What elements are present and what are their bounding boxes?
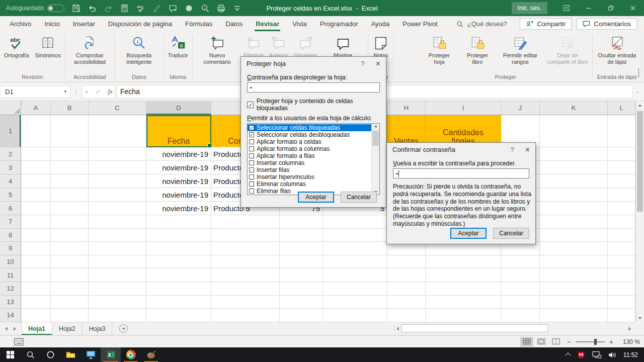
scroll-right-icon[interactable] xyxy=(625,324,633,333)
cell-a5[interactable] xyxy=(21,188,51,202)
new-sheet-button[interactable]: + xyxy=(119,324,128,333)
taskbar-excel-icon[interactable]: X xyxy=(101,347,121,362)
cell-e10[interactable] xyxy=(211,255,280,269)
checkbox-checked-icon[interactable]: ✓ xyxy=(249,132,254,137)
cell-d10[interactable] xyxy=(146,255,211,269)
formula-bar-handle[interactable]: ⋮ xyxy=(73,88,79,96)
tell-me-search[interactable]: ¿Qué desea? xyxy=(456,20,507,31)
sheet-tab-hoja1[interactable]: Hoja1 xyxy=(21,322,52,335)
zoom-level[interactable]: 130 % xyxy=(618,338,640,345)
eliminar-button[interactable]: Eliminar xyxy=(241,34,266,59)
cell-a14[interactable] xyxy=(21,309,51,322)
close-icon[interactable]: × xyxy=(525,146,530,154)
cell-l8[interactable] xyxy=(608,229,635,242)
cell-k4[interactable] xyxy=(540,174,608,188)
cell-e7[interactable] xyxy=(211,215,280,229)
cell-a3[interactable] xyxy=(21,161,51,174)
column-header-j[interactable]: J xyxy=(501,101,540,115)
password-input[interactable]: • xyxy=(247,82,380,93)
cell-b12[interactable] xyxy=(51,282,89,296)
ocultar-entrada-de-lapiz-button[interactable]: Ocultar entrada de lápiz xyxy=(594,34,640,65)
cell-e8[interactable] xyxy=(211,229,280,242)
insert-function-icon[interactable]: fx xyxy=(108,87,113,96)
help-icon[interactable]: ? xyxy=(510,146,514,153)
column-header-d[interactable]: D xyxy=(146,101,211,115)
tab-programador[interactable]: Programador xyxy=(313,17,365,31)
cancel-entry-icon[interactable]: × xyxy=(85,88,89,96)
cell-f14[interactable] xyxy=(280,309,323,322)
cell-e12[interactable] xyxy=(211,282,280,296)
permission-option-insertar-columnas[interactable]: Insertar columnas xyxy=(248,159,371,166)
spell-check-small-icon[interactable]: abc xyxy=(136,4,145,13)
taskbar-cortana-icon[interactable] xyxy=(40,347,60,362)
cell-e9[interactable] xyxy=(211,242,280,255)
cell-d5[interactable]: noviembre-19 xyxy=(146,188,211,202)
taskbar-clock[interactable]: 11:52 xyxy=(623,351,638,358)
cell-c14[interactable] xyxy=(89,309,146,322)
undo-icon[interactable] xyxy=(88,4,97,13)
cell-k3[interactable] xyxy=(540,161,608,174)
cell-l10[interactable] xyxy=(608,255,635,269)
tab-power-pivot[interactable]: Power Pivot xyxy=(396,17,444,31)
cell-l4[interactable] xyxy=(608,174,635,188)
row-header-7[interactable]: 7 xyxy=(0,215,21,229)
cell-c5[interactable] xyxy=(89,188,146,202)
cell-b4[interactable] xyxy=(51,174,89,188)
cell-b1[interactable] xyxy=(51,115,89,147)
cell-l1[interactable] xyxy=(608,115,635,147)
confirm-entry-icon[interactable]: ✓ xyxy=(96,88,101,96)
cell-a13[interactable] xyxy=(21,296,51,309)
cell-l12[interactable] xyxy=(608,282,635,296)
traducir-button[interactable]: aTraducir xyxy=(165,34,191,59)
cell-a2[interactable] xyxy=(21,147,51,161)
cell-j10[interactable] xyxy=(501,255,540,269)
share-button[interactable]: Compartir xyxy=(520,18,572,30)
page-break-view-icon[interactable] xyxy=(549,337,562,347)
cell-c2[interactable] xyxy=(89,147,146,161)
cell-g9[interactable] xyxy=(323,242,387,255)
cell-d7[interactable] xyxy=(146,215,211,229)
cell-h13[interactable] xyxy=(387,296,426,309)
tab-revisar[interactable]: Revisar xyxy=(249,17,286,31)
sinonimos-button[interactable]: Sinónimos xyxy=(32,34,64,59)
cell-a4[interactable] xyxy=(21,174,51,188)
row-header-6[interactable]: 6 xyxy=(0,202,21,215)
cell-b7[interactable] xyxy=(51,215,89,229)
cell-d1[interactable]: Fecha xyxy=(146,115,211,147)
cell-c1[interactable] xyxy=(89,115,146,147)
cell-f10[interactable] xyxy=(280,255,323,269)
horizontal-scroll-thumb[interactable] xyxy=(401,324,548,332)
cell-b14[interactable] xyxy=(51,309,89,322)
close-icon[interactable]: × xyxy=(376,60,380,68)
volume-icon[interactable] xyxy=(608,351,617,359)
cell-c4[interactable] xyxy=(89,174,146,188)
tab-datos[interactable]: Datos xyxy=(219,17,249,31)
cell-j11[interactable] xyxy=(501,268,540,282)
zoom-slider[interactable] xyxy=(576,341,605,342)
row-header-11[interactable]: 11 xyxy=(0,268,21,282)
list-scroll-up-icon[interactable] xyxy=(372,125,379,127)
cell-b13[interactable] xyxy=(51,296,89,309)
proteger-libro-button[interactable]: Proteger libro xyxy=(458,34,497,65)
cell-l5[interactable] xyxy=(608,188,635,202)
cell-d12[interactable] xyxy=(146,282,211,296)
expand-formula-bar-icon[interactable]: ⌄ xyxy=(633,89,642,94)
cell-g11[interactable] xyxy=(323,268,387,282)
tab-formulas[interactable]: Fórmulas xyxy=(179,17,219,31)
column-header-b[interactable]: B xyxy=(51,101,89,115)
magnifier-info-icon[interactable]: i xyxy=(201,4,209,13)
cell-c6[interactable] xyxy=(89,202,146,215)
cell-l2[interactable] xyxy=(608,147,635,161)
cell-j14[interactable] xyxy=(501,309,540,322)
normal-view-icon[interactable] xyxy=(520,337,533,347)
cell-c9[interactable] xyxy=(89,242,146,255)
permission-option-insertar-filas[interactable]: Insertar filas xyxy=(248,166,371,173)
taskbar-paint-icon[interactable] xyxy=(141,347,161,362)
taskbar-start-icon[interactable] xyxy=(0,347,20,362)
cell-j13[interactable] xyxy=(501,296,540,309)
cell-b10[interactable] xyxy=(51,255,89,269)
cell-l3[interactable] xyxy=(608,161,635,174)
cell-g8[interactable] xyxy=(323,229,387,242)
cell-k13[interactable] xyxy=(540,296,608,309)
protect-contents-checkbox[interactable]: ✓ Proteger hoja y contenido de celdas bl… xyxy=(247,98,380,112)
